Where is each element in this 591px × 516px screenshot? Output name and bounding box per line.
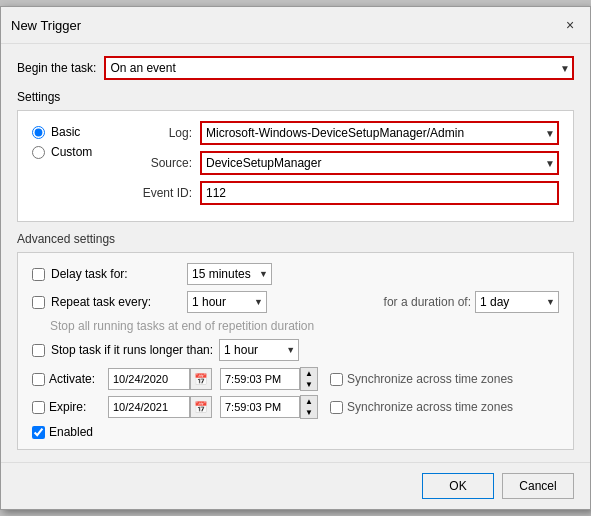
repeat-label[interactable]: Repeat task every: xyxy=(51,295,181,309)
ok-button[interactable]: OK xyxy=(422,473,494,499)
expire-time-input[interactable] xyxy=(220,396,300,418)
source-select-wrapper: DeviceSetupManager ▼ xyxy=(200,151,559,175)
advanced-label: Advanced settings xyxy=(17,232,574,246)
activate-time-spinner: ▲ ▼ xyxy=(300,367,318,391)
repeat-select[interactable]: 1 hour 2 hours 4 hours xyxy=(187,291,267,313)
settings-label: Settings xyxy=(17,90,574,104)
enabled-checkbox[interactable] xyxy=(32,426,45,439)
stop-longer-label[interactable]: Stop task if it runs longer than: xyxy=(51,343,213,357)
title-bar: New Trigger × xyxy=(1,7,590,44)
dialog-title: New Trigger xyxy=(11,18,81,33)
dialog-body: Begin the task: On an event On a schedul… xyxy=(1,44,590,462)
log-select-wrapper: Microsoft-Windows-DeviceSetupManager/Adm… xyxy=(200,121,559,145)
source-select[interactable]: DeviceSetupManager xyxy=(200,151,559,175)
basic-label[interactable]: Basic xyxy=(51,125,80,139)
repeat-select-wrapper: 1 hour 2 hours 4 hours ▼ xyxy=(187,291,267,313)
activate-checkbox[interactable] xyxy=(32,373,45,386)
expire-calendar-button[interactable]: 📅 xyxy=(190,396,212,418)
activate-sync-label[interactable]: Synchronize across time zones xyxy=(347,372,513,386)
custom-radio[interactable] xyxy=(32,146,45,159)
repeat-checkbox[interactable] xyxy=(32,296,45,309)
duration-select[interactable]: 1 day 2 days Indefinitely xyxy=(475,291,559,313)
basic-radio[interactable] xyxy=(32,126,45,139)
button-row: OK Cancel xyxy=(1,462,590,509)
stop-all-label: Stop all running tasks at end of repetit… xyxy=(50,319,314,333)
activate-row: Activate: 📅 ▲ ▼ Synchronize xyxy=(32,367,559,391)
cancel-button[interactable]: Cancel xyxy=(502,473,574,499)
expire-date-input[interactable] xyxy=(108,396,190,418)
activate-sync-checkbox[interactable] xyxy=(330,373,343,386)
expire-time-spinner: ▲ ▼ xyxy=(300,395,318,419)
duration-select-wrapper: 1 day 2 days Indefinitely ▼ xyxy=(475,291,559,313)
log-select[interactable]: Microsoft-Windows-DeviceSetupManager/Adm… xyxy=(200,121,559,145)
delay-select-wrapper: 15 minutes 30 minutes 1 hour ▼ xyxy=(187,263,272,285)
activate-calendar-button[interactable]: 📅 xyxy=(190,368,212,390)
radio-group: Basic Custom xyxy=(32,121,92,159)
advanced-box: Delay task for: 15 minutes 30 minutes 1 … xyxy=(17,252,574,450)
stop-if-longer-row: Stop task if it runs longer than: 1 hour… xyxy=(32,339,559,361)
stop-longer-checkbox[interactable] xyxy=(32,344,45,357)
source-label: Source: xyxy=(122,156,192,170)
activate-label[interactable]: Activate: xyxy=(49,372,104,386)
delay-label[interactable]: Delay task for: xyxy=(51,267,181,281)
form-area: Log: Microsoft-Windows-DeviceSetupManage… xyxy=(122,121,559,205)
activate-date-input[interactable] xyxy=(108,368,190,390)
begin-task-select[interactable]: On an event On a schedule At log on At s… xyxy=(104,56,574,80)
stop-longer-select[interactable]: 1 hour 2 hours 3 days xyxy=(219,339,299,361)
begin-task-label: Begin the task: xyxy=(17,61,96,75)
expire-label[interactable]: Expire: xyxy=(49,400,104,414)
new-trigger-dialog: New Trigger × Begin the task: On an even… xyxy=(0,6,591,510)
close-button[interactable]: × xyxy=(560,15,580,35)
activate-time-input[interactable] xyxy=(220,368,300,390)
custom-radio-row: Custom xyxy=(32,145,92,159)
expire-sync-group: Synchronize across time zones xyxy=(330,400,513,414)
activate-time-group: ▲ ▼ xyxy=(220,367,318,391)
event-id-input-wrapper xyxy=(200,181,559,205)
expire-sync-checkbox[interactable] xyxy=(330,401,343,414)
enabled-row: Enabled xyxy=(32,425,559,439)
expire-time-down-button[interactable]: ▼ xyxy=(301,407,317,418)
repeat-row: Repeat task every: 1 hour 2 hours 4 hour… xyxy=(32,291,559,313)
begin-task-select-wrapper: On an event On a schedule At log on At s… xyxy=(104,56,574,80)
expire-row: Expire: 📅 ▲ ▼ Synchronize a xyxy=(32,395,559,419)
event-id-field-row: Event ID: xyxy=(122,181,559,205)
expire-checkbox[interactable] xyxy=(32,401,45,414)
stop-longer-select-wrapper: 1 hour 2 hours 3 days ▼ xyxy=(219,339,299,361)
custom-label[interactable]: Custom xyxy=(51,145,92,159)
settings-inner: Basic Custom Log: Microsoft-Windows-Devi… xyxy=(32,121,559,211)
log-field-row: Log: Microsoft-Windows-DeviceSetupManage… xyxy=(122,121,559,145)
delay-checkbox[interactable] xyxy=(32,268,45,281)
for-duration-group: for a duration of: 1 day 2 days Indefini… xyxy=(384,291,559,313)
begin-task-row: Begin the task: On an event On a schedul… xyxy=(17,56,574,80)
advanced-section: Advanced settings Delay task for: 15 min… xyxy=(17,232,574,450)
duration-label: for a duration of: xyxy=(384,295,471,309)
event-id-label: Event ID: xyxy=(122,186,192,200)
basic-radio-row: Basic xyxy=(32,125,92,139)
log-label: Log: xyxy=(122,126,192,140)
expire-date-group: 📅 xyxy=(108,396,212,418)
expire-sync-label[interactable]: Synchronize across time zones xyxy=(347,400,513,414)
activate-time-up-button[interactable]: ▲ xyxy=(301,368,317,379)
expire-time-up-button[interactable]: ▲ xyxy=(301,396,317,407)
activate-sync-group: Synchronize across time zones xyxy=(330,372,513,386)
event-id-input[interactable] xyxy=(200,181,559,205)
enabled-label[interactable]: Enabled xyxy=(49,425,93,439)
delay-row: Delay task for: 15 minutes 30 minutes 1 … xyxy=(32,263,559,285)
activate-date-group: 📅 xyxy=(108,368,212,390)
delay-select[interactable]: 15 minutes 30 minutes 1 hour xyxy=(187,263,272,285)
stop-all-row: Stop all running tasks at end of repetit… xyxy=(32,319,559,333)
activate-time-down-button[interactable]: ▼ xyxy=(301,379,317,390)
source-field-row: Source: DeviceSetupManager ▼ xyxy=(122,151,559,175)
expire-time-group: ▲ ▼ xyxy=(220,395,318,419)
settings-box: Basic Custom Log: Microsoft-Windows-Devi… xyxy=(17,110,574,222)
